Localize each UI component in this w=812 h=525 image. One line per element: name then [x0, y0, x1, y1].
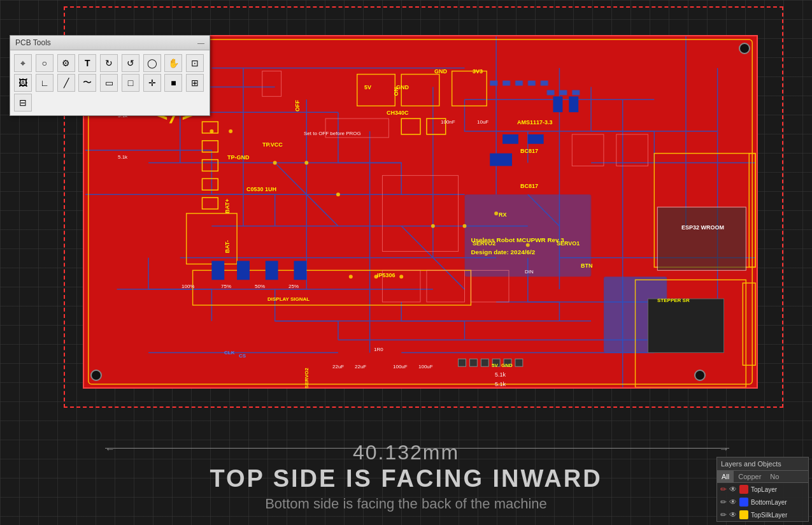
bottom-text-area: TOP SIDE IS FACING INWARD Bottom side is… [0, 465, 812, 512]
dimension-arrow-left: ← [105, 443, 115, 455]
layer-bottom-name: BottomLayer [751, 499, 787, 506]
label-bat-plus: BAT+ [224, 199, 231, 213]
label-gnd-bot: GND [501, 363, 513, 368]
bottom-subtitle: Bottom side is facing the back of the ma… [0, 496, 812, 512]
tool-angle[interactable]: ∟ [36, 74, 53, 92]
tool-arc-cw[interactable]: ↻ [100, 54, 118, 72]
layer-bottom-eye[interactable]: 👁 [729, 498, 737, 507]
label-22uf-1: 22uF [332, 364, 344, 370]
tool-zoom-area[interactable]: ⊡ [186, 54, 204, 72]
svg-point-88 [349, 275, 353, 278]
svg-rect-69 [294, 261, 306, 280]
tool-curve[interactable]: 〜 [78, 74, 96, 92]
svg-point-89 [210, 129, 213, 133]
label-on: ON [393, 87, 399, 96]
label-tp-vcc: TP.VCC [262, 141, 283, 148]
svg-rect-38 [547, 90, 555, 95]
label-25: 25% [288, 284, 299, 289]
svg-rect-50 [743, 283, 755, 365]
svg-text:Design date: 2024/6/2: Design date: 2024/6/2 [471, 249, 535, 256]
tool-image[interactable]: 🖼 [14, 74, 32, 92]
svg-rect-57 [427, 270, 465, 302]
label-clk: CLK [224, 350, 234, 356]
tool-grid-rect[interactable]: ⊟ [14, 94, 32, 111]
svg-rect-42 [357, 75, 395, 106]
svg-point-82 [431, 224, 435, 228]
pcb-tools-buttons: ⌖ ○ ⚙ T ↻ ↺ ◯ ✋ ⊡ 🖼 ∟ ╱ 〜 ▭ □ ✛ ■ ⊞ ⊟ [10, 50, 210, 115]
svg-rect-65 [490, 154, 512, 166]
label-rx: RX [499, 212, 507, 218]
svg-rect-52 [262, 71, 281, 97]
label-btn: BTN [581, 262, 593, 269]
svg-point-81 [336, 192, 340, 196]
svg-rect-55 [382, 175, 458, 251]
layer-silk-eye[interactable]: 👁 [729, 510, 737, 519]
layer-silk-color [739, 510, 748, 519]
svg-rect-61 [502, 134, 518, 144]
tool-rect-fill[interactable]: ■ [164, 74, 182, 92]
layer-top-name: TopLayer [751, 486, 777, 493]
svg-rect-71 [202, 141, 218, 152]
svg-point-90 [229, 129, 232, 133]
svg-rect-48 [636, 280, 746, 387]
label-10uf: 10uF [477, 119, 488, 125]
label-ch340c: CH340C [387, 110, 409, 116]
tool-rect-select[interactable]: ▭ [100, 74, 118, 92]
tool-diagonal[interactable]: ╱ [57, 74, 75, 92]
svg-rect-33 [490, 80, 497, 85]
tab-copper[interactable]: Copper [734, 471, 766, 482]
pcb-tools-title: PCB Tools [15, 38, 51, 47]
layer-top-eye[interactable]: 👁 [729, 485, 737, 494]
tool-circle[interactable]: ○ [36, 54, 53, 72]
svg-rect-45 [187, 213, 237, 264]
svg-point-84 [494, 212, 498, 215]
svg-rect-54 [616, 134, 648, 166]
tool-pan[interactable]: ✋ [164, 54, 182, 72]
tool-text[interactable]: T [78, 54, 96, 72]
label-bat-minus: BAT- [224, 240, 231, 253]
tab-no[interactable]: No [766, 471, 783, 482]
pcb-tools-close-button[interactable]: — [197, 39, 204, 47]
label-51k-2: 5.1k [118, 154, 127, 160]
svg-rect-34 [502, 80, 510, 85]
layer-top-color [739, 485, 748, 494]
layer-top-pencil[interactable]: ✏ [720, 485, 727, 494]
tab-all[interactable]: All [717, 471, 734, 482]
layers-panel: Layers and Objects All Copper No ✏ 👁 Top… [716, 457, 809, 522]
svg-point-83 [463, 224, 467, 228]
label-stepper: STEPPER SR [657, 298, 690, 303]
svg-rect-70 [202, 122, 218, 133]
tool-select[interactable]: ⌖ [14, 54, 32, 72]
svg-rect-37 [541, 80, 548, 85]
layer-silk-pencil[interactable]: ✏ [720, 510, 727, 519]
svg-rect-62 [528, 134, 544, 144]
label-esp32: ESP32 WROOM [681, 224, 724, 231]
layer-silk-name: TopSilkLayer [751, 512, 787, 519]
svg-rect-91 [459, 359, 466, 366]
dimension-arrow-right: → [719, 443, 729, 455]
tool-rect[interactable]: □ [122, 74, 139, 92]
svg-rect-59 [657, 207, 746, 270]
label-22uf-2: 22uF [355, 364, 366, 370]
tool-multi-rect[interactable]: ⊞ [186, 74, 204, 92]
svg-rect-44 [452, 71, 487, 106]
layer-bottom-pencil[interactable]: ✏ [720, 498, 727, 507]
label-ip5306: IP5306 [377, 272, 395, 278]
label-51k-bot1: 5.1k [495, 371, 506, 378]
label-din: DIN [525, 269, 534, 275]
mount-hole-tr [739, 43, 750, 54]
svg-point-79 [273, 161, 277, 165]
svg-line-29 [401, 226, 464, 289]
label-tp-gnd: TP-GND [227, 154, 250, 161]
svg-rect-66 [211, 261, 224, 280]
svg-rect-73 [202, 178, 218, 190]
svg-rect-63 [553, 96, 562, 112]
svg-rect-31 [464, 194, 591, 277]
tool-arc-ccw[interactable]: ↺ [122, 54, 139, 72]
tool-full-circle[interactable]: ◯ [143, 54, 161, 72]
label-5v: 5V [364, 84, 371, 90]
tool-crosshair[interactable]: ✛ [143, 74, 161, 92]
svg-rect-64 [569, 96, 578, 112]
tool-component[interactable]: ⚙ [57, 54, 75, 72]
label-51k-bot2: 5.1k [495, 381, 506, 387]
